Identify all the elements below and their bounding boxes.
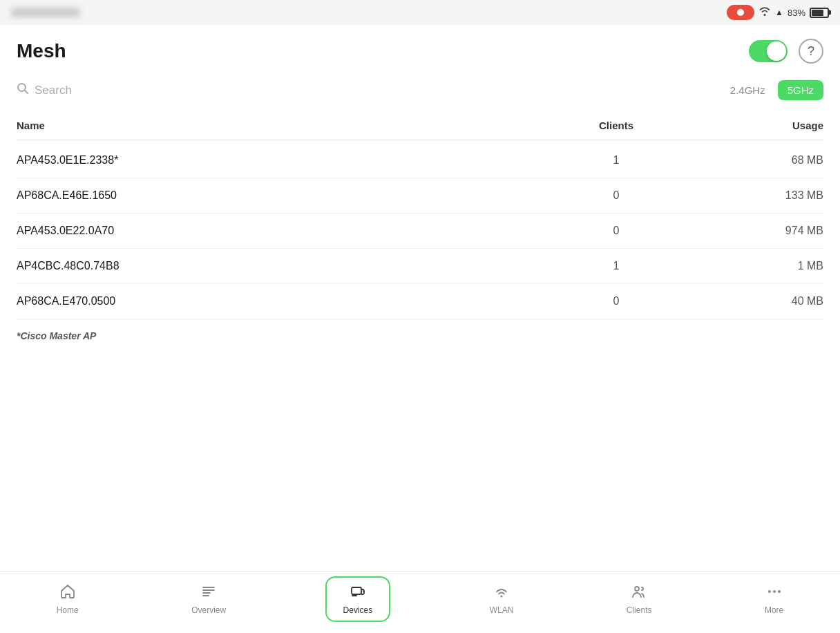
table-row[interactable]: AP68CA.E46E.1650 0 133 MB [17, 178, 823, 214]
table-rows: APA453.0E1E.2338* 1 68 MB AP68CA.E46E.16… [17, 143, 823, 319]
svg-point-5 [768, 590, 771, 593]
nav-item-more[interactable]: More [751, 578, 797, 621]
table-row[interactable]: APA453.0E22.0A70 0 974 MB [17, 214, 823, 249]
record-indicator [727, 5, 754, 20]
search-icon [17, 82, 29, 98]
cell-usage-3: 1 MB [685, 260, 823, 272]
status-icons: ▲ 83% [727, 5, 829, 20]
status-bar: ▲ 83% [0, 0, 840, 25]
status-bar-blurred [11, 8, 80, 17]
header-controls: ? [749, 39, 823, 64]
search-container[interactable]: Search [17, 82, 72, 98]
page-title: Mesh [17, 40, 66, 62]
clients-icon [631, 583, 647, 603]
nav-label-devices: Devices [343, 605, 373, 615]
overview-icon [200, 583, 217, 603]
cell-clients-4: 0 [547, 295, 685, 308]
mesh-toggle[interactable] [749, 40, 788, 62]
toggle-knob [767, 41, 786, 61]
cell-name-4: AP68CA.E470.0500 [17, 295, 547, 308]
cell-name-1: AP68CA.E46E.1650 [17, 189, 547, 202]
nav-label-overview: Overview [191, 605, 226, 615]
nav-item-overview[interactable]: Overview [178, 578, 240, 621]
help-icon: ? [808, 44, 814, 59]
table-header: Name Clients Usage [17, 114, 823, 140]
nav-item-devices[interactable]: Devices [325, 576, 391, 622]
cell-name-2: APA453.0E22.0A70 [17, 225, 547, 237]
help-button[interactable]: ? [799, 39, 823, 64]
cell-name-3: AP4CBC.48C0.74B8 [17, 260, 547, 272]
devices-icon [350, 583, 366, 603]
nav-label-home: Home [57, 605, 79, 615]
nav-label-more: More [765, 605, 783, 615]
nav-item-clients[interactable]: Clients [613, 578, 666, 621]
more-icon [766, 583, 783, 603]
nav-item-wlan[interactable]: WLAN [476, 578, 528, 621]
svg-rect-1 [352, 587, 361, 594]
cell-usage-0: 68 MB [685, 154, 823, 167]
battery-percentage: 83% [788, 8, 805, 18]
col-header-clients: Clients [547, 120, 685, 131]
bottom-nav: Home Overview Devices [0, 571, 840, 633]
svg-point-4 [635, 587, 639, 591]
col-header-usage: Usage [685, 120, 823, 131]
header: Mesh ? [17, 39, 823, 64]
signal-arrow-icon: ▲ [775, 8, 783, 17]
table-row[interactable]: APA453.0E1E.2338* 1 68 MB [17, 143, 823, 178]
wifi-icon [758, 6, 771, 19]
main-content: Mesh ? Search 2.4GHz 5GHz [0, 25, 840, 341]
nav-label-clients: Clients [627, 605, 652, 615]
search-bar-row: Search 2.4GHz 5GHz [17, 80, 823, 100]
cell-clients-0: 1 [547, 154, 685, 167]
svg-point-2 [363, 590, 364, 592]
cell-usage-4: 40 MB [685, 295, 823, 308]
cell-name-0: APA453.0E1E.2338* [17, 154, 547, 167]
svg-point-7 [778, 590, 781, 593]
svg-point-6 [773, 590, 776, 593]
battery-icon [810, 8, 829, 18]
cell-usage-2: 974 MB [685, 225, 823, 237]
cell-clients-1: 0 [547, 189, 685, 202]
table-row[interactable]: AP4CBC.48C0.74B8 1 1 MB [17, 249, 823, 284]
svg-point-3 [501, 595, 503, 597]
col-header-name: Name [17, 120, 547, 131]
wlan-icon [493, 583, 510, 603]
search-placeholder: Search [35, 84, 72, 97]
cell-clients-2: 0 [547, 225, 685, 237]
nav-item-home[interactable]: Home [43, 578, 93, 621]
device-table: Name Clients Usage APA453.0E1E.2338* 1 6… [17, 114, 823, 319]
cell-clients-3: 1 [547, 260, 685, 272]
frequency-tabs: 2.4GHz 5GHz [720, 80, 823, 100]
home-icon [59, 583, 76, 603]
table-row[interactable]: AP68CA.E470.0500 0 40 MB [17, 284, 823, 319]
nav-label-wlan: WLAN [490, 605, 514, 615]
freq-tab-5ghz[interactable]: 5GHz [778, 80, 823, 100]
footnote: *Cisco Master AP [17, 330, 823, 341]
cell-usage-1: 133 MB [685, 189, 823, 202]
freq-tab-2.4ghz[interactable]: 2.4GHz [720, 80, 775, 100]
